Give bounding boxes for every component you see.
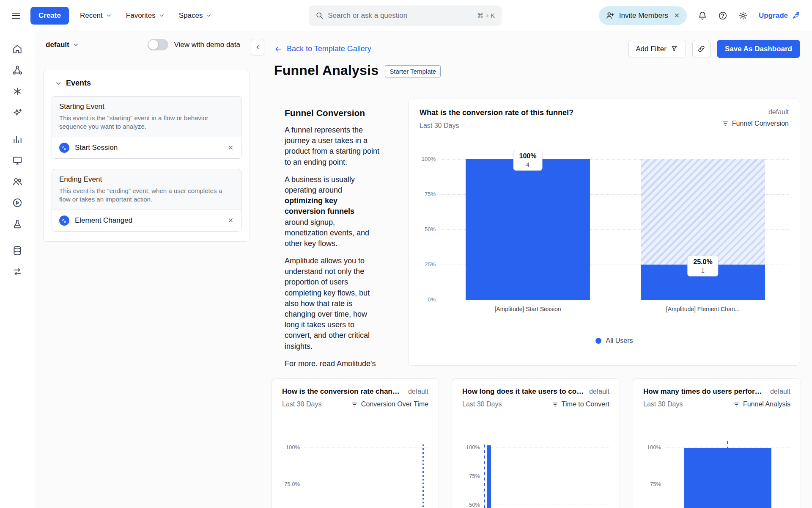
ending-event-description: This event is the "ending" event, when a… [59,187,234,204]
icon-rail [0,31,35,508]
invite-members-button[interactable]: Invite Members [599,6,687,25]
mini-chart-plot: 100% 75% [665,447,790,508]
swap-arrows-icon [12,266,23,277]
mini-card-chart-type: Conversion Over Time [361,400,428,408]
divider [420,137,789,137]
funnel-bar-start-session[interactable] [466,159,590,300]
search-shortcut: ⌘ + K [477,12,495,19]
sidebar-item-ai-assistant[interactable] [12,107,23,118]
arrow-left-icon [274,45,283,53]
events-card: Events Starting Event This event is the … [43,70,250,242]
sidebar-item-session-replay[interactable] [12,197,23,208]
sidebar-item-data[interactable] [12,245,23,256]
sidebar-item-home[interactable] [12,44,23,55]
mini-card-scope: default [770,388,790,395]
upgrade-label: Upgrade [759,11,788,20]
divider [643,415,790,415]
invite-dismiss-button[interactable] [674,12,680,19]
create-button[interactable]: Create [30,7,69,25]
y-axis-tick: 100% [415,156,436,162]
series-mark[interactable] [422,444,424,508]
y-axis-tick: 75.0% [280,481,300,487]
funnel-analysis-card: How many times do users perform ... defa… [633,378,801,508]
funnel-icon [733,401,740,408]
funnel-icon [722,120,729,127]
hamburger-menu-button[interactable] [11,11,21,21]
ending-event-title: Ending Event [59,175,234,184]
toggle-knob [148,40,158,50]
users-icon [12,176,23,187]
mini-card-chart-type: Funnel Analysis [743,400,790,408]
flask-icon [12,218,23,229]
funnel-card-range: Last 30 Days [420,122,573,130]
spaces-menu-label: Spaces [179,11,203,20]
sidebar-item-experiments[interactable] [12,218,23,229]
remove-ending-event-button[interactable] [228,217,234,224]
funnel-card-title[interactable]: What is the conversion rate of this funn… [420,108,573,117]
top-navbar: Create Recent Favorites Spaces ⌘ + K [0,0,812,31]
back-link-label: Back to Template Gallery [287,44,371,53]
favorites-menu[interactable]: Favorites [126,11,165,20]
chevron-down-icon [159,13,165,18]
intro-column: Funnel Conversion A funnel represents th… [285,99,380,366]
sidebar-item-spaces[interactable] [12,65,23,76]
add-filter-label: Add Filter [636,45,667,53]
rocket-icon [791,11,800,20]
add-filter-button[interactable]: Add Filter [628,40,686,58]
intro-paragraph-2: A business is usually operating around o… [285,174,380,249]
sidebar-item-charts[interactable] [12,134,23,145]
copy-link-button[interactable] [692,40,710,58]
search-input[interactable] [328,11,473,20]
chevron-down-icon [106,13,112,18]
histogram-bar[interactable] [487,445,491,508]
invite-members-label: Invite Members [619,11,668,20]
database-icon [12,245,23,256]
project-selector[interactable]: default [46,41,79,49]
mini-card-scope: default [408,388,428,395]
starting-event-row[interactable]: Start Session [52,137,241,158]
intro-heading: Funnel Conversion [285,108,380,118]
sparkle-icon [12,107,23,118]
y-axis-tick: 75% [461,473,480,479]
y-axis-tick: 100% [642,444,661,450]
help-button[interactable] [718,11,727,20]
funnel-chart-type: Funnel Conversion [732,120,789,127]
search-bar[interactable]: ⌘ + K [309,6,502,26]
chart-legend[interactable]: All Users [440,337,789,345]
notifications-button[interactable] [698,11,707,20]
favorites-menu-label: Favorites [126,11,156,20]
sidebar-item-users[interactable] [12,176,23,187]
y-axis-tick: 50% [461,502,480,508]
sidebar-item-dashboards[interactable] [12,155,23,166]
mini-card-range: Last 30 Days [643,400,683,408]
back-link[interactable]: Back to Template Gallery [274,44,371,53]
hierarchy-icon [12,65,23,76]
spaces-menu[interactable]: Spaces [179,11,212,20]
recent-menu[interactable]: Recent [80,11,112,20]
upgrade-link[interactable]: Upgrade [759,11,800,20]
mini-card-title[interactable]: How long does it take users to conv... [462,387,585,396]
sidebar-item-explore[interactable] [12,86,23,97]
mini-card-title[interactable]: How many times do users perform ... [643,387,766,396]
remove-starting-event-button[interactable] [228,144,234,151]
home-icon [12,44,23,55]
intro-paragraph-1: A funnel represents the journey a user t… [285,125,380,168]
settings-button[interactable] [738,11,748,20]
y-axis-tick: 75% [415,191,436,197]
save-as-dashboard-button[interactable]: Save As Dashboard [717,40,800,58]
page-title: Funnel Analysis [274,63,379,78]
demo-data-toggle[interactable] [148,39,168,50]
sidebar-item-journeys[interactable] [12,266,23,277]
time-to-convert-card: How long does it take users to conv... d… [452,378,620,508]
mini-card-title[interactable]: How is the conversion rate changin... [282,387,404,396]
ending-event-row[interactable]: Element Changed [52,210,241,231]
filter-icon [671,45,679,53]
conversion-value-chip: 100% 4 [513,150,543,171]
funnel-bar[interactable] [684,448,771,508]
chevron-down-icon [73,42,79,47]
mini-card-chart-type: Time to Convert [562,400,609,408]
divider [282,415,428,415]
events-section-header[interactable]: Events [52,79,241,88]
mini-card-range: Last 30 Days [462,400,502,408]
collapse-panel-button[interactable] [251,39,264,55]
